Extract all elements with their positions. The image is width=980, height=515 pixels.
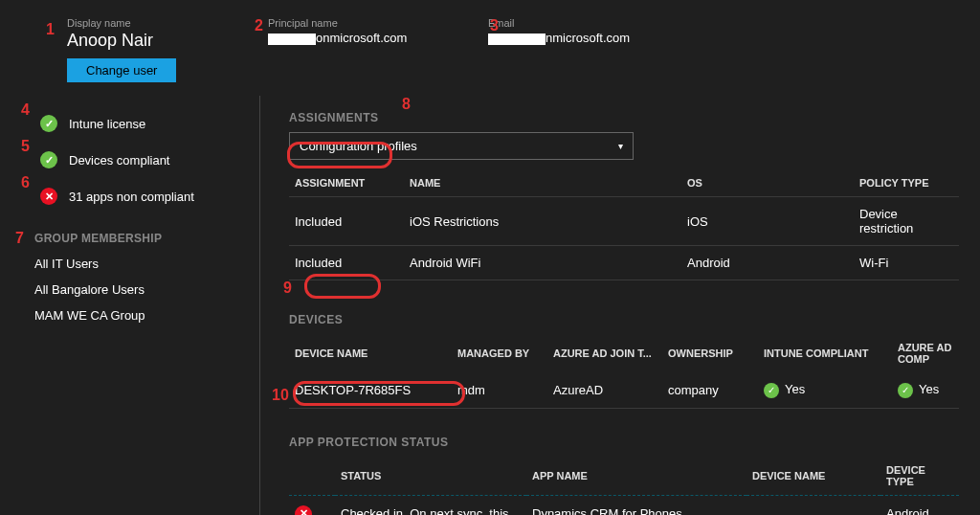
col-device-name[interactable]: DEVICE NAME — [746, 457, 880, 496]
chevron-down-icon: ▾ — [618, 141, 623, 151]
app-protection-table: STATUS APP NAME DEVICE NAME DEVICE TYPE … — [289, 457, 959, 516]
dropdown-value: Configuration profiles — [300, 139, 417, 153]
assignments-section: ASSIGNMENTS Configuration profiles ▾ ASS… — [289, 105, 980, 280]
col-device-name[interactable]: DEVICE NAME — [289, 334, 452, 372]
col-os[interactable]: OS — [681, 169, 854, 197]
principal-name-block: Principal name onmicrosoft.com — [249, 17, 488, 82]
error-icon: ✕ — [40, 188, 57, 205]
status-label: Devices compliant — [69, 153, 170, 168]
col-ownership[interactable]: OWNERSHIP — [662, 334, 758, 372]
email-label: Email — [488, 17, 727, 29]
col-status[interactable]: STATUS — [335, 457, 526, 496]
display-name-label: Display name — [67, 17, 249, 29]
main-content: ASSIGNMENTS Configuration profiles ▾ ASS… — [260, 96, 980, 515]
check-icon: ✓ — [40, 115, 57, 132]
app-protection-title: APP PROTECTION STATUS — [289, 436, 449, 449]
app-protection-section: APP PROTECTION STATUS STATUS APP NAME DE… — [289, 430, 980, 516]
col-assignment[interactable]: ASSIGNMENT — [289, 169, 404, 197]
sidebar: ✓ Intune license ✓ Devices compliant ✕ 3… — [0, 96, 260, 515]
principal-label: Principal name — [268, 17, 488, 29]
display-name-value: Anoop Nair — [67, 31, 249, 51]
email-block: Email nmicrosoft.com — [488, 17, 727, 82]
status-apps-noncompliant: ✕ 31 apps non compliant — [0, 178, 259, 214]
check-icon: ✓ — [898, 383, 913, 398]
status-intune-license: ✓ Intune license — [0, 105, 259, 142]
group-membership-header: GROUP MEMBERSHIP — [0, 214, 259, 251]
col-intune-compliant[interactable]: INTUNE COMPLIANT — [758, 334, 892, 372]
col-policy[interactable]: POLICY TYPE — [854, 169, 959, 197]
display-name-block: Display name Anoop Nair Change user — [0, 17, 249, 82]
table-row[interactable]: ✕ Checked in. On next sync, this... Dyna… — [289, 495, 959, 515]
redaction-bar — [488, 34, 546, 45]
devices-title: DEVICES — [289, 313, 343, 326]
status-label: Intune license — [69, 117, 145, 131]
assignments-title: ASSIGNMENTS — [289, 111, 379, 124]
status-devices-compliant: ✓ Devices compliant — [0, 142, 259, 178]
group-item[interactable]: MAM WE CA Group — [0, 302, 259, 328]
col-azure-compliant[interactable]: AZURE AD COMP — [892, 334, 959, 372]
identity-header: Display name Anoop Nair Change user Prin… — [0, 0, 980, 82]
table-row[interactable]: DESKTOP-7R685FS mdm AzureAD company ✓Yes… — [289, 372, 959, 408]
table-row[interactable]: Included Android WiFi Android Wi-Fi — [289, 246, 959, 280]
col-managed-by[interactable]: MANAGED BY — [452, 334, 547, 372]
redaction-bar — [268, 34, 316, 45]
table-row[interactable]: Included iOS Restrictions iOS Device res… — [289, 197, 959, 246]
assignments-dropdown[interactable]: Configuration profiles ▾ — [289, 132, 634, 160]
assignments-table: ASSIGNMENT NAME OS POLICY TYPE Included … — [289, 169, 959, 280]
col-device-type[interactable]: DEVICE TYPE — [880, 457, 959, 496]
email-value: nmicrosoft.com — [488, 31, 727, 45]
col-name[interactable]: NAME — [404, 169, 681, 197]
check-icon: ✓ — [40, 151, 57, 168]
check-icon: ✓ — [764, 383, 779, 398]
col-azure-join[interactable]: AZURE AD JOIN T... — [547, 334, 662, 372]
devices-section: DEVICES DEVICE NAME MANAGED BY AZURE AD … — [289, 307, 980, 409]
col-app-name[interactable]: APP NAME — [526, 457, 746, 496]
group-item[interactable]: All Bangalore Users — [0, 277, 259, 302]
principal-value: onmicrosoft.com — [268, 31, 488, 45]
devices-table: DEVICE NAME MANAGED BY AZURE AD JOIN T..… — [289, 334, 959, 409]
error-icon: ✕ — [295, 505, 312, 516]
group-item[interactable]: All IT Users — [0, 251, 259, 277]
change-user-button[interactable]: Change user — [67, 58, 176, 82]
status-label: 31 apps non compliant — [69, 190, 194, 204]
